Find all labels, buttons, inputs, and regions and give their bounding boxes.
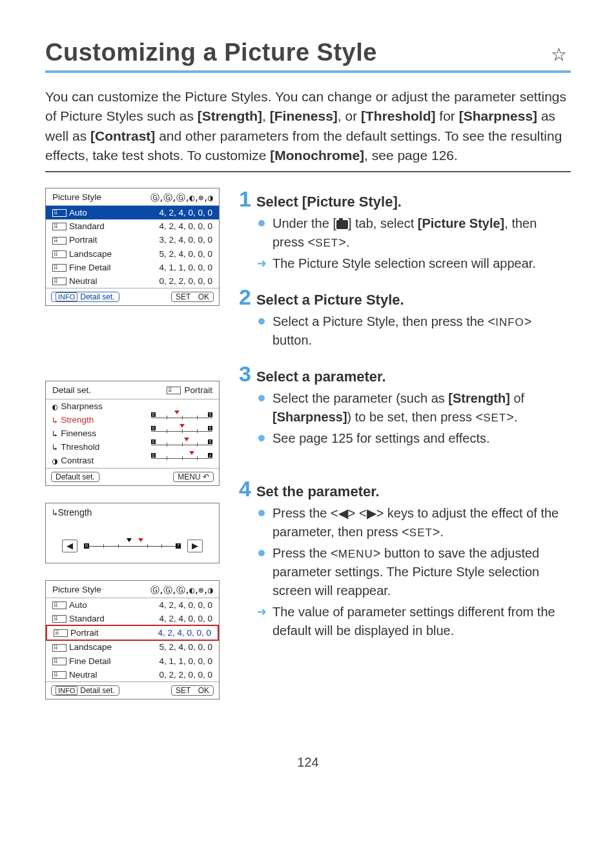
parameter-meter: 05 bbox=[151, 441, 212, 448]
step3-bullet1: Select the parameter (such as [Strength]… bbox=[258, 389, 571, 427]
detail-header-right: Portrait bbox=[184, 385, 212, 396]
picture-style-row[interactable]: Landscape5, 2, 4, 0, 0, 0 bbox=[46, 247, 219, 261]
picture-style-screen-2: Picture Style Ⓖ,Ⓖ,Ⓖ,◐,⊗,◑ Auto4, 2, 4, 0… bbox=[45, 580, 220, 700]
picture-style-icon bbox=[52, 209, 67, 217]
style-values: 0, 2, 2, 0, 0, 0 bbox=[159, 669, 212, 681]
style-label: Portrait bbox=[69, 234, 98, 246]
picture-style-row[interactable]: Auto4, 2, 4, 0, 0, 0 bbox=[46, 598, 219, 612]
style-label: Fine Detail bbox=[69, 262, 111, 274]
info-detail-set-button[interactable]: INFO Detail set. bbox=[51, 292, 119, 302]
step-number-4: 4 bbox=[239, 478, 251, 500]
style-values: 5, 2, 4, 0, 0, 0 bbox=[159, 641, 212, 653]
param-icon: ↳ bbox=[52, 414, 57, 426]
step1-bullet2: The Picture Style selection screen will … bbox=[258, 254, 571, 273]
camera-icon bbox=[336, 220, 348, 229]
set-ok-button[interactable]: SET OK bbox=[171, 292, 214, 302]
step-number-3: 3 bbox=[239, 363, 251, 385]
strength-adjust-screen: ↳Strength ◀ 0 7 ▶ bbox=[45, 503, 220, 563]
set-ok-button-2[interactable]: SET OK bbox=[171, 685, 214, 696]
step-4: 4 Set the parameter. Press the <◀> <▶> k… bbox=[239, 478, 571, 640]
picture-style-icon bbox=[52, 644, 67, 652]
picture-style-icon bbox=[167, 387, 181, 394]
param-label: Contrast bbox=[61, 455, 94, 467]
param-icon: ↳ bbox=[52, 441, 57, 453]
parameter-row[interactable]: ◐Sharpness bbox=[46, 399, 219, 413]
style-values: 4, 2, 4, 0, 0, 0 bbox=[158, 627, 211, 639]
strength-slider[interactable]: 0 7 bbox=[84, 541, 181, 550]
step-number-1: 1 bbox=[239, 188, 251, 210]
step2-bullet1: Select a Picture Style, then press the <… bbox=[258, 312, 571, 350]
picture-style-row[interactable]: Fine Detail4, 1, 1, 0, 0, 0 bbox=[46, 654, 219, 668]
picture-style-icon bbox=[52, 671, 67, 679]
style-values: 4, 1, 1, 0, 0, 0 bbox=[159, 656, 212, 667]
picture-style-icon bbox=[54, 629, 68, 637]
param-label: Fineness bbox=[61, 428, 96, 439]
style-label: Auto bbox=[69, 600, 87, 611]
parameter-row[interactable]: ◑Contrast0± bbox=[46, 454, 219, 467]
style-values: 4, 1, 1, 0, 0, 0 bbox=[159, 262, 212, 274]
style-values: 4, 2, 4, 0, 0, 0 bbox=[159, 600, 212, 611]
style-label: Standard bbox=[69, 613, 105, 625]
picture-style-icon bbox=[52, 658, 67, 665]
step1-bullet1: Under the [] tab, select [Picture Style]… bbox=[258, 214, 571, 252]
parameter-row[interactable]: ↳Fineness05 bbox=[46, 427, 219, 440]
style-label: Neutral bbox=[69, 669, 98, 681]
info-detail-set-button-2[interactable]: INFO Detail set. bbox=[51, 685, 119, 696]
picture-style-icon bbox=[52, 264, 67, 272]
step-number-2: 2 bbox=[239, 286, 251, 308]
picture-style-icon bbox=[52, 250, 67, 258]
param-label: Strength bbox=[61, 414, 94, 426]
param-label: Sharpness bbox=[61, 401, 103, 412]
intro-paragraph: You can customize the Picture Styles. Yo… bbox=[45, 87, 571, 166]
style-values: 0, 2, 2, 0, 0, 0 bbox=[159, 276, 212, 287]
default-set-button[interactable]: Default set. bbox=[51, 472, 99, 482]
picture-style-row[interactable]: Portrait4, 2, 4, 0, 0, 0 bbox=[46, 625, 219, 641]
panel2-header-left: Picture Style bbox=[52, 584, 101, 596]
parameter-meter: 0± bbox=[151, 455, 212, 461]
param-icon: ↳ bbox=[52, 428, 57, 439]
step4-bullet2: Press the <MENU> button to save the adju… bbox=[258, 544, 571, 600]
picture-style-row[interactable]: Standard4, 2, 4, 0, 0, 0 bbox=[46, 219, 219, 233]
style-label: Standard bbox=[69, 221, 105, 232]
style-label: Fine Detail bbox=[69, 656, 111, 667]
style-values: 4, 2, 4, 0, 0, 0 bbox=[159, 207, 212, 219]
style-values: 3, 2, 4, 0, 0, 0 bbox=[159, 234, 212, 246]
style-values: 4, 2, 4, 0, 0, 0 bbox=[159, 613, 212, 625]
step-2: 2 Select a Picture Style. Select a Pictu… bbox=[239, 286, 571, 350]
picture-style-icon bbox=[52, 615, 67, 623]
step-1: 1 Select [Picture Style]. Under the [] t… bbox=[239, 188, 571, 273]
panel1-header-left: Picture Style bbox=[52, 192, 101, 203]
picture-style-row[interactable]: Portrait3, 2, 4, 0, 0, 0 bbox=[46, 233, 219, 247]
menu-back-button[interactable]: MENU ↶ bbox=[173, 472, 214, 482]
picture-style-screen-1: Picture Style Ⓖ,Ⓖ,Ⓖ,◐,⊗,◑ Auto4, 2, 4, 0… bbox=[45, 188, 220, 307]
param-icon: ◐ bbox=[52, 401, 57, 412]
panel1-header-icons: Ⓖ,Ⓖ,Ⓖ,◐,⊗,◑ bbox=[150, 192, 212, 203]
picture-style-row[interactable]: Landscape5, 2, 4, 0, 0, 0 bbox=[46, 640, 219, 654]
star-icon: ☆ bbox=[551, 44, 567, 65]
picture-style-row[interactable]: Neutral0, 2, 2, 0, 0, 0 bbox=[46, 274, 219, 288]
section-rule bbox=[45, 171, 571, 172]
page-title: Customizing a Picture Style bbox=[45, 39, 377, 66]
style-label: Landscape bbox=[69, 641, 112, 653]
style-label: Landscape bbox=[69, 248, 112, 260]
panel2-header-icons: Ⓖ,Ⓖ,Ⓖ,◐,⊗,◑ bbox=[150, 584, 212, 596]
parameter-row[interactable]: ↳Strength05 bbox=[46, 413, 219, 427]
page-number: 124 bbox=[45, 755, 571, 770]
picture-style-row[interactable]: Standard4, 2, 4, 0, 0, 0 bbox=[46, 612, 219, 625]
param-label: Threshold bbox=[61, 441, 99, 453]
style-label: Neutral bbox=[69, 276, 98, 287]
step-title-3: Select a parameter. bbox=[256, 368, 386, 385]
decrease-button[interactable]: ◀ bbox=[62, 540, 77, 552]
step-title-4: Set the parameter. bbox=[256, 483, 380, 500]
step4-bullet1: Press the <◀> <▶> keys to adjust the eff… bbox=[258, 504, 571, 541]
style-label: Portrait bbox=[70, 627, 99, 639]
detail-header-left: Detail set. bbox=[52, 385, 91, 396]
increase-button[interactable]: ▶ bbox=[187, 540, 203, 552]
parameter-meter: 05 bbox=[151, 428, 212, 434]
picture-style-row[interactable]: Fine Detail4, 1, 1, 0, 0, 0 bbox=[46, 261, 219, 274]
picture-style-icon bbox=[52, 237, 67, 245]
step-title-2: Select a Picture Style. bbox=[256, 292, 404, 308]
picture-style-icon bbox=[52, 278, 67, 285]
picture-style-row[interactable]: Auto4, 2, 4, 0, 0, 0 bbox=[46, 206, 219, 219]
picture-style-row[interactable]: Neutral0, 2, 2, 0, 0, 0 bbox=[46, 668, 219, 681]
